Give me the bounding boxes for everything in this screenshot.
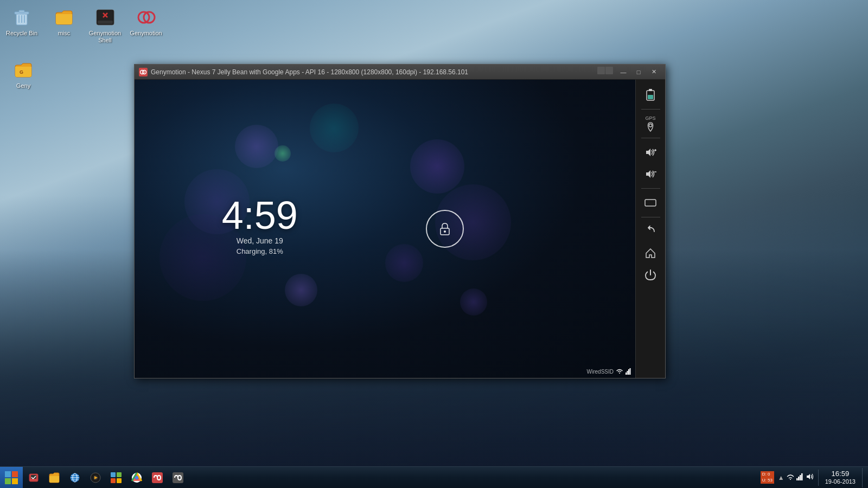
app1-icon <box>151 472 163 484</box>
svg-rect-8 <box>98 21 113 24</box>
battery-icon <box>646 88 655 101</box>
power-icon <box>644 269 656 281</box>
geny-label: Geny <box>16 82 30 89</box>
bokeh-3 <box>285 274 317 306</box>
sidebar-divider-2 <box>641 138 660 138</box>
svg-point-25 <box>649 124 652 126</box>
desktop-icon-genymotion-shell[interactable]: Genymotion Shell <box>87 4 123 46</box>
taskbar-tray: D: 0 U: 53 ▲ <box>761 467 868 488</box>
svg-marker-26 <box>646 149 650 156</box>
volume-down-button[interactable] <box>640 164 661 184</box>
clock-date: 19-06-2013 <box>825 478 856 485</box>
svg-rect-38 <box>32 479 35 480</box>
desktop-icon-misc[interactable]: misc <box>45 4 83 39</box>
explorer-icon <box>48 472 60 483</box>
volume-up-button[interactable] <box>640 143 661 162</box>
misc-folder-icon <box>53 7 75 28</box>
volume-up-icon <box>644 147 656 157</box>
recycle-bin-icon <box>11 7 33 28</box>
taskbar-security-icon[interactable] <box>24 468 43 487</box>
genymotion-icon <box>135 7 157 28</box>
svg-rect-19 <box>627 371 628 375</box>
gps-label: GPS <box>645 115 655 121</box>
bokeh-4 <box>310 104 359 152</box>
windows-logo-icon <box>4 471 18 485</box>
download-label: D: 0 <box>762 472 773 477</box>
chrome-icon <box>131 472 143 484</box>
signal-tray-icon <box>796 473 804 483</box>
recycle-bin-label: Recycle Bin <box>6 30 37 37</box>
genymotion-sidebar: GPS <box>635 80 665 378</box>
taskbar-items <box>23 467 761 488</box>
android-screen[interactable]: 4:59 Wed, June 19 Charging, 81% WiredSSI… <box>135 80 635 378</box>
bokeh-5 <box>410 139 464 194</box>
home-icon <box>644 247 656 259</box>
battery-button[interactable] <box>640 85 661 105</box>
genymotion-label: Genymotion <box>130 30 162 37</box>
start-button[interactable] <box>0 467 23 489</box>
taskbar-ie-icon[interactable] <box>65 468 85 487</box>
wifi-icon <box>616 369 623 374</box>
sidebar-divider-1 <box>641 109 660 110</box>
taskbar-chrome-icon[interactable] <box>127 468 146 487</box>
taskbar-app1-icon[interactable] <box>148 468 167 487</box>
desktop-icon-genymotion[interactable]: Genymotion <box>127 4 165 39</box>
svg-text:G: G <box>20 69 23 75</box>
geny-icon: G <box>12 59 34 81</box>
media-player-icon <box>90 472 101 484</box>
close-button[interactable]: ✕ <box>647 67 661 78</box>
gps-button[interactable]: GPS <box>640 114 661 133</box>
svg-marker-60 <box>807 474 810 479</box>
wifi-tray-svg <box>786 473 795 480</box>
svg-rect-57 <box>798 477 800 480</box>
svg-rect-23 <box>649 89 652 91</box>
genymotion-shell-icon <box>94 7 116 28</box>
svg-point-53 <box>135 476 138 479</box>
clock-time: 16:59 <box>832 470 850 478</box>
show-hidden-icon[interactable]: ▲ <box>778 474 784 481</box>
status-ssid: WiredSSID <box>587 369 614 375</box>
tray-separator <box>818 470 819 486</box>
back-button[interactable] <box>640 222 661 241</box>
bokeh-8 <box>460 288 487 316</box>
svg-rect-18 <box>626 373 627 375</box>
taskbar-control-icon[interactable] <box>106 468 126 487</box>
taskbar-explorer-icon[interactable] <box>44 468 64 487</box>
svg-rect-49 <box>111 478 116 483</box>
wifi-tray-icon[interactable] <box>786 473 795 482</box>
lock-circle[interactable] <box>426 210 464 248</box>
rotate-button[interactable] <box>640 193 661 213</box>
bokeh-1 <box>235 125 278 168</box>
svg-rect-58 <box>800 475 801 480</box>
misc-label: misc <box>58 30 71 37</box>
back-icon <box>644 226 656 237</box>
svg-rect-35 <box>12 478 18 484</box>
genymotion-shell-label: Genymotion Shell <box>89 30 121 44</box>
window-controls: — □ ✕ <box>597 67 661 78</box>
genymotion-window: Genymotion - Nexus 7 Jelly Bean with Goo… <box>134 64 666 378</box>
svg-rect-48 <box>117 472 122 477</box>
taskbar-app2-icon[interactable] <box>168 468 188 487</box>
desktop-icon-geny[interactable]: G Geny <box>4 57 42 92</box>
power-button[interactable] <box>640 265 661 285</box>
volume-tray-icon[interactable] <box>806 473 814 482</box>
home-button[interactable] <box>640 243 661 263</box>
svg-rect-32 <box>5 471 11 477</box>
minimize-button[interactable]: — <box>616 67 630 78</box>
desktop-icon-recycle-bin[interactable]: Recycle Bin <box>3 4 41 39</box>
android-statusbar: WiredSSID <box>135 365 635 378</box>
sidebar-divider-4 <box>641 217 660 217</box>
svg-rect-34 <box>5 478 11 484</box>
volume-tray-svg <box>806 473 814 480</box>
taskbar-clock[interactable]: 16:59 19-06-2013 <box>821 467 860 488</box>
network-indicator: D: 0 U: 53 <box>761 471 774 484</box>
svg-rect-21 <box>630 368 631 375</box>
maximize-button[interactable]: □ <box>631 67 646 78</box>
show-desktop-button[interactable] <box>862 468 865 487</box>
signal-icon <box>626 368 631 375</box>
svg-rect-20 <box>628 369 629 375</box>
rotate-icon <box>644 198 656 208</box>
window-app-icon <box>139 68 148 76</box>
taskbar-media-icon[interactable] <box>86 468 105 487</box>
svg-point-17 <box>444 230 446 233</box>
